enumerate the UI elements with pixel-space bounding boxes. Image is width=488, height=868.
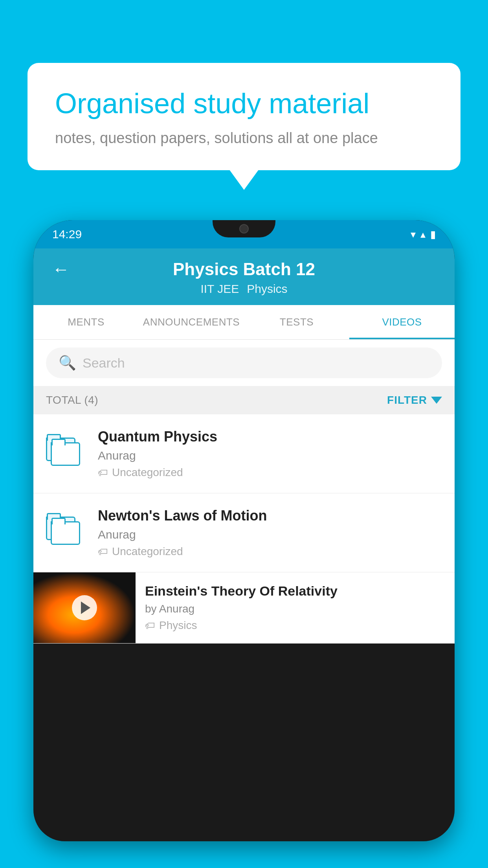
video-tag: 🏷 Uncategorized xyxy=(98,466,442,479)
video-thumbnail xyxy=(33,572,136,643)
video-info: Quantum Physics Anurag 🏷 Uncategorized xyxy=(98,428,442,479)
tag-text: Physics xyxy=(159,619,197,632)
headline: Organised study material xyxy=(55,86,433,120)
video-title: Quantum Physics xyxy=(98,428,442,445)
signal-icon: ▴ xyxy=(420,228,426,241)
battery-icon: ▮ xyxy=(430,228,436,241)
video-author: Anurag xyxy=(98,449,442,462)
search-input[interactable]: Search xyxy=(83,355,125,371)
tab-announcements[interactable]: ANNOUNCEMENTS xyxy=(139,305,244,339)
folder-icon xyxy=(46,509,85,545)
speech-bubble-card: Organised study material notes, question… xyxy=(28,63,460,170)
subtext: notes, question papers, solutions all at… xyxy=(55,130,433,147)
tag-icon: 🏷 xyxy=(145,620,155,632)
filter-button[interactable]: FILTER xyxy=(387,394,442,406)
video-list: Quantum Physics Anurag 🏷 Uncategorized xyxy=(33,414,455,644)
thumbnail-bg xyxy=(33,572,136,643)
list-item[interactable]: Quantum Physics Anurag 🏷 Uncategorized xyxy=(33,414,455,493)
tag-icon: 🏷 xyxy=(98,467,108,479)
filter-bar: TOTAL (4) FILTER xyxy=(33,386,455,414)
filter-label: FILTER xyxy=(387,394,427,406)
subtitle-physics: Physics xyxy=(247,282,287,296)
play-button[interactable] xyxy=(72,595,97,620)
video-title: Einstein's Theory Of Relativity xyxy=(145,583,445,599)
search-bar[interactable]: 🔍 Search xyxy=(46,348,442,378)
search-bar-container: 🔍 Search xyxy=(33,340,455,386)
tab-tests[interactable]: TESTS xyxy=(244,305,349,339)
speech-bubble: Organised study material notes, question… xyxy=(28,63,460,170)
video-author: by Anurag xyxy=(145,603,445,615)
folder-icon-wrapper xyxy=(46,428,85,468)
video-info: Newton's Laws of Motion Anurag 🏷 Uncateg… xyxy=(98,508,442,558)
app-bar-top: ← Physics Batch 12 xyxy=(52,259,436,279)
back-button[interactable]: ← xyxy=(52,259,70,279)
tag-text: Uncategorized xyxy=(112,466,183,479)
phone-frame: 14:29 ▾ ▴ ▮ ← Physics Batch 12 IIT JEE P… xyxy=(33,220,455,841)
subtitle-iit: IIT JEE xyxy=(200,282,239,296)
tab-bar: MENTS ANNOUNCEMENTS TESTS VIDEOS xyxy=(33,305,455,340)
search-icon: 🔍 xyxy=(59,355,76,371)
folder-icon-wrapper xyxy=(46,508,85,547)
video-author: Anurag xyxy=(98,528,442,541)
video-tag: 🏷 Uncategorized xyxy=(98,545,442,558)
app-bar-subtitle: IIT JEE Physics xyxy=(52,282,436,296)
app-bar-title: Physics Batch 12 xyxy=(173,259,315,279)
phone-wrapper: 14:29 ▾ ▴ ▮ ← Physics Batch 12 IIT JEE P… xyxy=(33,220,455,868)
tab-ments[interactable]: MENTS xyxy=(33,305,139,339)
status-time: 14:29 xyxy=(52,228,82,241)
camera-icon xyxy=(239,224,249,234)
filter-funnel-icon xyxy=(431,397,442,404)
folder-icon xyxy=(46,430,85,466)
list-item[interactable]: Newton's Laws of Motion Anurag 🏷 Uncateg… xyxy=(33,493,455,572)
tag-text: Uncategorized xyxy=(112,545,183,558)
notch xyxy=(213,220,275,237)
tab-videos[interactable]: VIDEOS xyxy=(349,305,455,339)
total-count: TOTAL (4) xyxy=(46,394,98,406)
video-title: Newton's Laws of Motion xyxy=(98,508,442,524)
status-bar: 14:29 ▾ ▴ ▮ xyxy=(33,220,455,248)
video-info: Einstein's Theory Of Relativity by Anura… xyxy=(136,572,455,643)
list-item[interactable]: Einstein's Theory Of Relativity by Anura… xyxy=(33,572,455,644)
status-icons: ▾ ▴ ▮ xyxy=(411,228,436,241)
tag-icon: 🏷 xyxy=(98,546,108,558)
play-icon xyxy=(81,601,90,614)
wifi-icon: ▾ xyxy=(411,228,416,241)
app-bar: ← Physics Batch 12 IIT JEE Physics xyxy=(33,248,455,305)
video-tag: 🏷 Physics xyxy=(145,619,445,632)
